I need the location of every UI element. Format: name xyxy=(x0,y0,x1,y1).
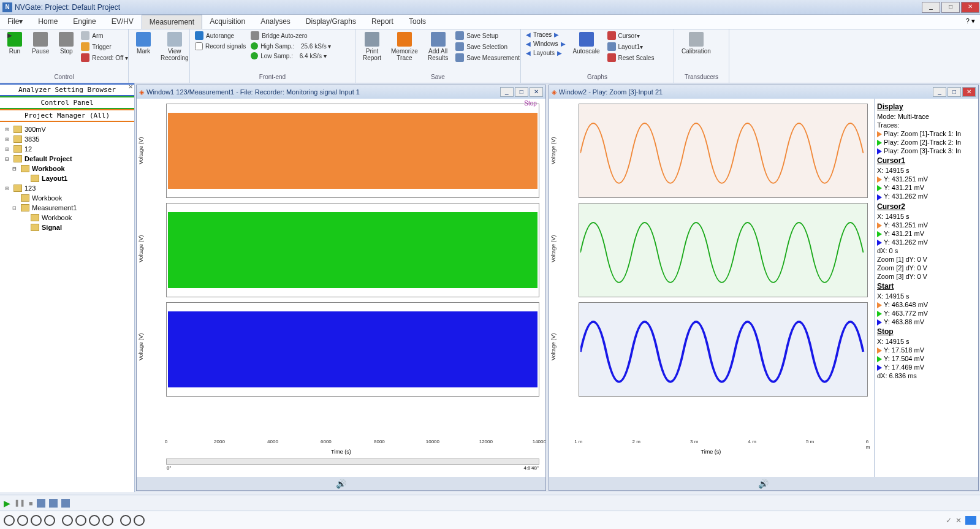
window2-close-button[interactable]: ✕ xyxy=(962,87,976,97)
record-signals-check[interactable]: Record signals xyxy=(194,42,247,51)
play-icon[interactable]: ▶ xyxy=(4,498,10,508)
plot-area-1[interactable]: Stop Voltage (V) Voltage (V) Voltage (V)… xyxy=(137,99,545,477)
trigger-button[interactable]: Trigger xyxy=(80,42,129,51)
recording-icon xyxy=(167,32,182,47)
menu-evhv[interactable]: EV/HV xyxy=(104,15,142,29)
print-report-button[interactable]: Print Report xyxy=(359,31,385,63)
high-samp-dropdown[interactable]: High Samp.: 25.6 kS/s ▾ xyxy=(249,42,332,50)
save-setup-button[interactable]: Save Setup xyxy=(454,31,521,40)
autorange-button[interactable]: Autorange xyxy=(194,31,247,40)
playback-toolbar: ▶ ❚❚ ■ xyxy=(0,495,980,511)
save-measurement-button[interactable]: Save Measurement xyxy=(454,53,521,63)
window1: ◈ Window1 123/Measurement1 - File: Recor… xyxy=(136,85,546,491)
channel-dot[interactable] xyxy=(44,515,55,526)
sound-bar[interactable]: 🔊 xyxy=(549,477,978,490)
pause-icon[interactable]: ❚❚ xyxy=(14,499,25,507)
plot-area-2[interactable]: Voltage (V) Voltage (V) Voltage (V) 1 m2… xyxy=(549,99,978,477)
calibration-button[interactable]: Calibration xyxy=(678,31,715,56)
cursor-icon xyxy=(607,31,616,40)
project-tree[interactable]: ⊞300mV⊞3835⊞12⊟Default Project⊟WorkbookL… xyxy=(0,122,134,492)
cursor-dropdown[interactable]: Cursor▾ xyxy=(606,31,656,40)
record-dropdown[interactable]: Record: Off ▾ xyxy=(80,53,129,63)
run-button[interactable]: ▶Run xyxy=(4,31,26,56)
channel-dot[interactable] xyxy=(134,515,145,526)
tree-item[interactable]: ⊟Measurement1 xyxy=(2,203,132,213)
help-button[interactable]: ? ▾ xyxy=(961,15,980,29)
traces-nav[interactable]: ◀Traces▶ xyxy=(525,31,567,39)
menu-tools[interactable]: Tools xyxy=(401,15,434,29)
tool-icon[interactable] xyxy=(49,499,58,508)
tree-item[interactable]: Signal xyxy=(2,223,132,232)
project-manager-header[interactable]: Project Manager (All) xyxy=(0,109,134,122)
tree-item[interactable]: ⊟Workbook xyxy=(2,164,132,173)
x-axis: 1 m2 m3 m4 m5 m6 m xyxy=(579,439,868,447)
arrow-left-icon: ◀ xyxy=(526,31,531,38)
save-icon xyxy=(455,53,464,62)
group-graphs-label: Graphs xyxy=(525,72,670,82)
channel-dot[interactable] xyxy=(75,515,86,526)
mark-button[interactable]: Mark xyxy=(132,31,154,56)
autoscale-button[interactable]: Autoscale xyxy=(569,31,604,56)
menu-acquisition[interactable]: Acquisition xyxy=(202,15,253,29)
tree-item[interactable]: ⊞12 xyxy=(2,144,132,154)
menu-displaygraphs[interactable]: Display/Graphs xyxy=(298,15,364,29)
save-selection-button[interactable]: Save Selection xyxy=(454,42,521,51)
windows-nav[interactable]: ◀Windows▶ xyxy=(525,40,567,48)
channel-dot[interactable] xyxy=(89,515,100,526)
add-all-results-button[interactable]: Add All Results xyxy=(424,31,452,63)
menu-analyses[interactable]: Analyses xyxy=(253,15,298,29)
tree-item[interactable]: ⊟Default Project xyxy=(2,154,132,164)
channel-dot[interactable] xyxy=(120,515,131,526)
tree-item[interactable]: ⊞3835 xyxy=(2,134,132,144)
info-row: Y: 431.251 mV xyxy=(877,175,976,183)
channel-dot[interactable] xyxy=(31,515,42,526)
panel-close-icon[interactable]: ✕ xyxy=(128,83,133,90)
channel-dot[interactable] xyxy=(62,515,73,526)
window1-min-button[interactable]: _ xyxy=(500,87,514,97)
cursor2-header: Cursor2 xyxy=(877,202,976,211)
tree-item[interactable]: Layout1 xyxy=(2,173,132,183)
menu-measurement[interactable]: Measurement xyxy=(142,15,202,29)
stop-button[interactable]: Stop xyxy=(55,31,77,56)
window2-min-button[interactable]: _ xyxy=(933,87,946,97)
tool-icon[interactable] xyxy=(61,499,70,508)
menu-engine[interactable]: Engine xyxy=(66,15,104,29)
reset-scales-button[interactable]: Reset Scales xyxy=(606,53,656,63)
layouts-nav[interactable]: ◀Layouts▶ xyxy=(525,49,567,57)
close-button[interactable]: ✕ xyxy=(961,2,979,13)
arm-button[interactable]: Arm xyxy=(80,31,129,40)
tree-item[interactable]: Workbook xyxy=(2,213,132,223)
menu-report[interactable]: Report xyxy=(364,15,401,29)
channel-dot[interactable] xyxy=(17,515,28,526)
memorize-trace-button[interactable]: Memorize Trace xyxy=(387,31,422,63)
menu-file[interactable]: File▾ xyxy=(0,15,31,29)
control-panel-header[interactable]: Control Panel xyxy=(0,96,134,109)
info-row: Y: 17.469 mV xyxy=(877,363,976,371)
layout-dropdown[interactable]: Layout1▾ xyxy=(606,42,656,51)
bridge-autozero-button[interactable]: Bridge Auto-zero xyxy=(249,31,332,40)
menu-home[interactable]: Home xyxy=(31,15,66,29)
tree-item[interactable]: Workbook xyxy=(2,193,132,203)
signal-icon: ◈ xyxy=(552,88,556,96)
layout-icon xyxy=(607,42,616,51)
window1-max-button[interactable]: □ xyxy=(515,87,528,97)
maximize-button[interactable]: □ xyxy=(941,2,960,13)
view-recording-button[interactable]: View Recording xyxy=(157,31,192,63)
status-close-icon[interactable]: ✕ xyxy=(955,516,962,525)
window1-title: Window1 123/Measurement1 - File: Recorde… xyxy=(146,88,500,96)
low-samp-dropdown[interactable]: Low Samp.: 6.4 kS/s ▾ xyxy=(249,51,332,60)
window2-max-button[interactable]: □ xyxy=(948,87,961,97)
info-row: Y: 463.88 mV xyxy=(877,318,976,326)
channel-dot[interactable] xyxy=(4,515,15,526)
channel-dot[interactable] xyxy=(102,515,113,526)
tool-icon[interactable] xyxy=(37,499,45,508)
minimize-button[interactable]: _ xyxy=(922,2,940,13)
pause-button[interactable]: Pause xyxy=(28,31,53,56)
tree-item[interactable]: ⊞300mV xyxy=(2,124,132,134)
window1-close-button[interactable]: ✕ xyxy=(530,87,543,97)
analyzer-browser-header[interactable]: Analyzer Setting Browser xyxy=(0,83,134,96)
tree-item[interactable]: ⊟123 xyxy=(2,183,132,193)
time-slider[interactable]: 0" 4:8'48" xyxy=(166,459,539,465)
sound-bar[interactable]: 🔊 xyxy=(137,477,545,490)
stop-icon[interactable]: ■ xyxy=(29,500,33,507)
